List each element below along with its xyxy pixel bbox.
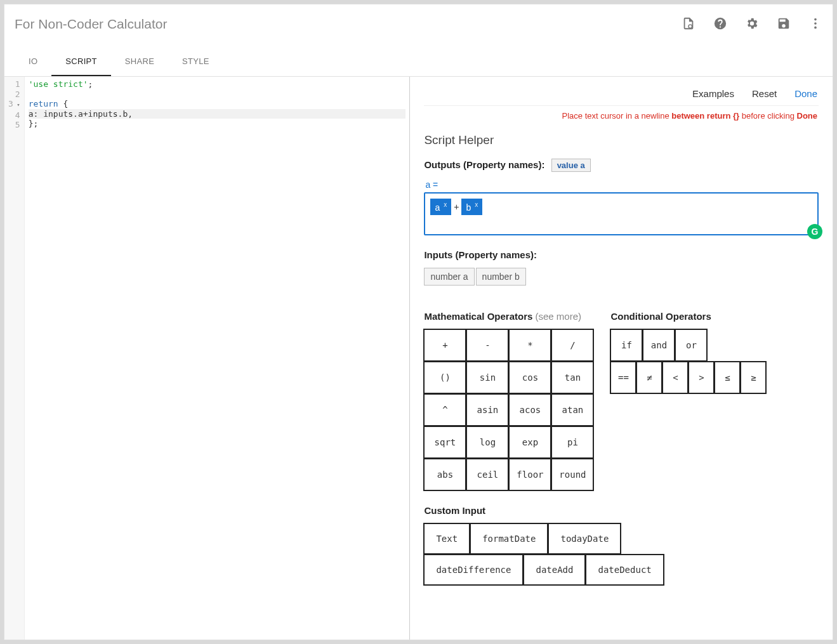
operator-button[interactable]: dateDeduct xyxy=(585,554,664,586)
operator-button[interactable]: formatDate xyxy=(470,523,548,555)
operator-button[interactable]: dateDifference xyxy=(423,554,524,586)
remove-icon[interactable]: x xyxy=(475,201,478,208)
remove-icon[interactable]: x xyxy=(444,201,447,208)
operator-button[interactable]: Text xyxy=(423,523,470,555)
operator-button[interactable]: or xyxy=(675,329,708,362)
header-toolbar xyxy=(682,16,822,32)
helper-hint: Place text cursor in a newline between r… xyxy=(424,106,819,126)
script-helper-pane: Examples Reset Done Place text cursor in… xyxy=(410,77,833,640)
operator-button[interactable]: and xyxy=(642,329,675,362)
page-title: For Non-Coder Calculator xyxy=(15,16,167,32)
operator-button[interactable]: sin xyxy=(466,361,509,394)
operator-button[interactable]: abs xyxy=(423,458,466,491)
operator-sections: Mathematical Operators (see more) +-*/()… xyxy=(424,303,819,491)
operator-button[interactable]: ceil xyxy=(466,458,509,491)
operator-button[interactable]: == xyxy=(610,361,636,394)
gear-icon[interactable] xyxy=(745,16,759,32)
custom-heading: Custom Input xyxy=(424,505,819,516)
more-icon[interactable] xyxy=(808,16,822,32)
cond-heading: Conditional Operators xyxy=(610,311,767,322)
operator-button[interactable]: ≤ xyxy=(714,361,741,394)
done-link[interactable]: Done xyxy=(794,88,817,99)
svg-point-2 xyxy=(814,22,817,25)
see-more-link[interactable]: (see more) xyxy=(536,311,582,322)
operator-button[interactable]: if xyxy=(610,329,643,362)
operator-button[interactable]: - xyxy=(466,329,509,362)
save-icon[interactable] xyxy=(777,16,791,32)
examples-link[interactable]: Examples xyxy=(692,88,734,99)
outputs-heading: Outputs (Property names): value a xyxy=(424,159,819,172)
tab-share[interactable]: SHARE xyxy=(111,49,168,76)
operator-button[interactable]: ≠ xyxy=(636,361,662,394)
operator-button[interactable]: ^ xyxy=(423,393,466,426)
inputs-heading: Inputs (Property names): xyxy=(424,249,819,260)
formula-editor[interactable]: ax+bxG xyxy=(424,192,819,235)
operator-button[interactable]: round xyxy=(551,458,594,491)
operator-button[interactable]: exp xyxy=(508,426,551,459)
operator-button[interactable]: dateAdd xyxy=(523,554,586,586)
input-pill[interactable]: number b xyxy=(476,268,526,286)
reset-link[interactable]: Reset xyxy=(752,88,777,99)
operator-button[interactable]: tan xyxy=(551,361,594,394)
file-icon[interactable] xyxy=(682,16,695,32)
grammarly-icon: G xyxy=(807,224,822,239)
output-chip[interactable]: value a xyxy=(551,159,591,172)
math-operators: Mathematical Operators (see more) +-*/()… xyxy=(424,303,594,491)
operator-button[interactable]: ≥ xyxy=(740,361,767,394)
tab-script[interactable]: SCRIPT xyxy=(51,49,110,76)
math-heading: Mathematical Operators (see more) xyxy=(424,311,594,322)
help-icon[interactable] xyxy=(713,16,727,32)
body: 12345 'use strict'; return {a: inputs.a+… xyxy=(4,77,833,640)
operator-button[interactable]: log xyxy=(466,426,509,459)
operator-button[interactable]: pi xyxy=(551,426,594,459)
formula-operator: + xyxy=(451,202,461,212)
operator-button[interactable]: atan xyxy=(551,393,594,426)
operator-button[interactable]: < xyxy=(662,361,689,394)
svg-point-3 xyxy=(814,26,817,29)
editor-gutter: 12345 xyxy=(4,77,25,640)
conditional-operators: Conditional Operators ifandor==≠<>≤≥ xyxy=(610,303,767,491)
operator-button[interactable]: sqrt xyxy=(423,426,466,459)
formula-token[interactable]: ax xyxy=(430,199,451,215)
svg-point-1 xyxy=(814,18,817,20)
operator-button[interactable]: / xyxy=(551,329,594,362)
operator-button[interactable]: + xyxy=(423,329,466,362)
operator-button[interactable]: () xyxy=(423,361,466,394)
code-editor[interactable]: 12345 'use strict'; return {a: inputs.a+… xyxy=(4,77,410,640)
input-pill[interactable]: number a xyxy=(424,268,474,286)
operator-button[interactable]: floor xyxy=(508,458,551,491)
formula-label: a = xyxy=(425,180,819,190)
tab-io[interactable]: IO xyxy=(15,49,51,76)
script-helper-title: Script Helper xyxy=(424,133,819,147)
operator-button[interactable]: todayDate xyxy=(548,523,621,555)
app-frame: For Non-Coder Calculator IO SCRIPT SHARE… xyxy=(4,4,833,640)
operator-button[interactable]: acos xyxy=(508,393,551,426)
helper-top-links: Examples Reset Done xyxy=(424,84,819,106)
inputs-row: number anumber b xyxy=(424,268,819,286)
custom-operators: TextformatDatetodayDatedateDifferencedat… xyxy=(424,523,819,586)
header: For Non-Coder Calculator xyxy=(4,4,833,37)
operator-button[interactable]: * xyxy=(508,329,551,362)
svg-point-0 xyxy=(689,24,692,28)
tabs: IO SCRIPT SHARE STYLE xyxy=(4,49,833,77)
operator-button[interactable]: cos xyxy=(508,361,551,394)
editor-code[interactable]: 'use strict'; return {a: inputs.a+inputs… xyxy=(25,77,410,640)
formula-token[interactable]: bx xyxy=(461,199,482,215)
operator-button[interactable]: > xyxy=(688,361,715,394)
tab-style[interactable]: STYLE xyxy=(168,49,223,76)
operator-button[interactable]: asin xyxy=(466,393,509,426)
